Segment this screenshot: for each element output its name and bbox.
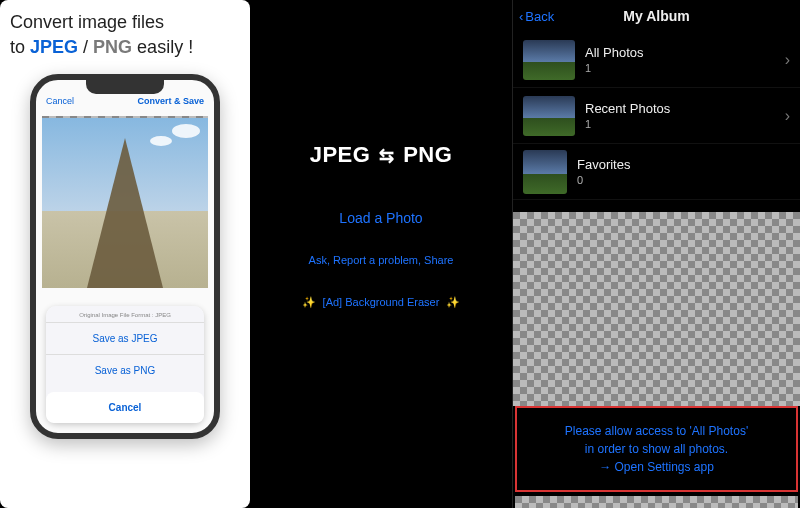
swap-arrows-icon: ⇆: [377, 145, 397, 167]
sheet-hint: Original Image File Format : JPEG: [46, 306, 204, 322]
action-sheet: Original Image File Format : JPEG Save a…: [46, 306, 204, 423]
sheet-cancel-button[interactable]: Cancel: [46, 392, 204, 423]
chevron-right-icon: ›: [785, 51, 790, 69]
sparkle-icon: ✨: [298, 296, 320, 308]
save-as-jpeg-button[interactable]: Save as JPEG: [46, 322, 204, 354]
eiffel-tower-icon: [87, 138, 163, 288]
headline-png: PNG: [93, 37, 132, 57]
app-home-panel: JPEG ⇆ PNG Load a Photo Ask, Report a pr…: [250, 0, 512, 508]
headline-line1: Convert image files: [10, 12, 164, 32]
page-title: My Album: [513, 8, 800, 24]
example-image: [42, 118, 208, 288]
album-name: All Photos: [585, 45, 644, 60]
album-recent-photos[interactable]: Recent Photos 1 ›: [513, 88, 800, 144]
ask-report-share-link[interactable]: Ask, Report a problem, Share: [309, 254, 454, 266]
album-thumb: [523, 40, 575, 80]
chevron-right-icon: ›: [785, 107, 790, 125]
album-thumb: [523, 96, 575, 136]
album-count: 1: [585, 118, 670, 130]
perm-line-1: Please allow access to 'All Photos': [527, 422, 786, 440]
cloud-icon: [172, 124, 200, 138]
logo-jpeg: JPEG: [310, 142, 371, 167]
iphone-notch: [86, 80, 164, 94]
ad-label: [Ad] Background Eraser: [323, 296, 440, 308]
permission-warning[interactable]: Please allow access to 'All Photos' in o…: [515, 406, 798, 492]
promo-panel: Convert image files to JPEG / PNG easily…: [0, 0, 250, 508]
bottom-strip: [515, 496, 798, 508]
perm-line-2: in order to show all photos.: [527, 440, 786, 458]
app-logo: JPEG ⇆ PNG: [310, 142, 453, 168]
logo-png: PNG: [403, 142, 452, 167]
save-as-png-button[interactable]: Save as PNG: [46, 354, 204, 386]
open-settings-link[interactable]: → Open Settings app: [527, 458, 786, 476]
sparkle-icon: ✨: [442, 296, 464, 308]
album-count: 1: [585, 62, 644, 74]
gap: [513, 200, 800, 212]
headline: Convert image files to JPEG / PNG easily…: [10, 10, 193, 60]
phone-toolbar: Cancel Convert & Save: [36, 96, 214, 106]
album-favorites[interactable]: Favorites 0: [513, 144, 800, 200]
iphone-mock: Cancel Convert & Save Original Image Fil…: [30, 74, 220, 439]
headline-suffix: easily !: [137, 37, 193, 57]
convert-save-button[interactable]: Convert & Save: [137, 96, 204, 106]
ad-background-eraser-link[interactable]: ✨ [Ad] Background Eraser ✨: [298, 296, 465, 309]
album-name: Recent Photos: [585, 101, 670, 116]
load-photo-button[interactable]: Load a Photo: [339, 210, 422, 226]
headline-slash: /: [83, 37, 93, 57]
headline-jpeg: JPEG: [30, 37, 78, 57]
nav-bar: ‹ Back My Album: [513, 0, 800, 32]
album-name: Favorites: [577, 157, 630, 172]
album-thumb-empty: [523, 150, 567, 194]
album-all-photos[interactable]: All Photos 1 ›: [513, 32, 800, 88]
album-count: 0: [577, 174, 630, 186]
empty-grid: [513, 212, 800, 406]
cancel-button[interactable]: Cancel: [46, 96, 74, 106]
headline-to: to: [10, 37, 30, 57]
album-picker-panel: ‹ Back My Album All Photos 1 › Recent Ph…: [512, 0, 800, 508]
